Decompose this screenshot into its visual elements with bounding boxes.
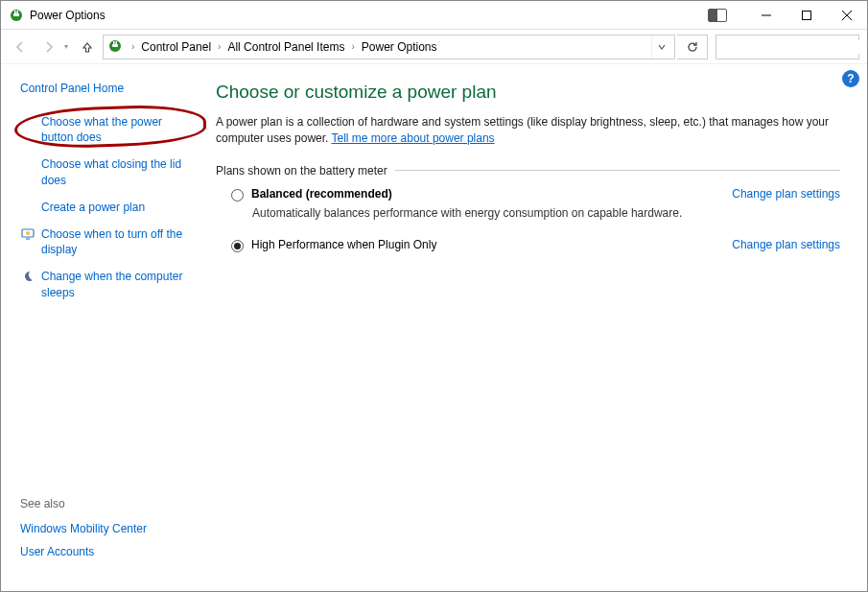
sidebar: Control Panel Home Choose what the power… [1,64,206,591]
sidebar-item-computer-sleeps[interactable]: Change when the computer sleeps [20,269,197,299]
chevron-right-icon[interactable]: › [215,41,223,52]
control-panel-home-link[interactable]: Control Panel Home [20,82,197,95]
sidebar-item-label[interactable]: Choose what the power button does [41,114,197,145]
breadcrumb-item[interactable]: Control Panel [137,40,215,54]
display-off-icon [20,226,35,245]
power-plan-row: High Performance when Plugin Only Change… [216,238,840,252]
sidebar-item-label[interactable]: Create a power plan [41,200,145,215]
sidebar-item-label[interactable]: Change when the computer sleeps [41,269,197,299]
see-also-mobility-center[interactable]: Windows Mobility Center [20,522,197,535]
plan-radio-balanced[interactable] [231,189,244,201]
sidebar-item-power-button[interactable]: Choose what the power button does [20,114,197,145]
search-box[interactable] [716,35,859,59]
breadcrumb-item[interactable]: All Control Panel Items [223,40,348,54]
power-plan-row: Balanced (recommended) Change plan setti… [216,187,840,201]
plan-description: Automatically balances performance with … [216,205,840,222]
sidebar-item-label[interactable]: Choose when to turn off the display [41,226,197,257]
page-heading: Choose or customize a power plan [216,82,840,103]
window-title: Power Options [30,9,106,22]
chevron-right-icon[interactable]: › [348,41,357,52]
svg-rect-5 [803,11,811,19]
page-description: A power plan is a collection of hardware… [216,114,840,147]
see-also-heading: See also [20,497,197,510]
tablet-mode-icon[interactable] [708,9,727,22]
title-bar: Power Options [1,1,867,30]
sidebar-item-closing-lid[interactable]: Choose what closing the lid does [20,156,197,187]
search-input[interactable] [722,40,866,54]
svg-point-16 [26,231,30,235]
sidebar-item-create-plan[interactable]: Create a power plan [20,200,197,215]
nav-history-dropdown[interactable]: ▾ [64,42,68,51]
address-history-dropdown[interactable] [651,36,670,59]
plan-name[interactable]: High Performance when Plugin Only [251,238,436,251]
power-options-icon [107,38,125,56]
nav-back-button[interactable] [7,34,34,60]
minimize-button[interactable] [746,1,786,29]
close-button[interactable] [827,1,867,29]
change-plan-settings-link[interactable]: Change plan settings [732,238,840,251]
plan-radio-high-performance[interactable] [231,240,244,252]
address-bar[interactable]: › Control Panel › All Control Panel Item… [103,35,675,59]
main-content: ? Choose or customize a power plan A pow… [206,64,867,591]
nav-up-button[interactable] [74,34,101,60]
nav-forward-button[interactable] [35,34,62,60]
maximize-button[interactable] [786,1,827,29]
horizontal-rule [395,170,840,171]
sidebar-item-turn-off-display[interactable]: Choose when to turn off the display [20,226,197,257]
refresh-button[interactable] [677,35,708,59]
svg-rect-3 [13,13,19,16]
address-bar-row: ▾ › Control Panel › All Control Panel It… [1,30,867,64]
help-button[interactable]: ? [842,70,859,87]
tell-me-more-link[interactable]: Tell me more about power plans [332,131,495,145]
change-plan-settings-link[interactable]: Change plan settings [732,187,840,201]
description-text: A power plan is a collection of hardware… [216,115,829,145]
chevron-right-icon[interactable]: › [129,41,137,52]
power-options-icon [9,8,24,23]
moon-sleep-icon [20,269,35,287]
plan-name[interactable]: Balanced (recommended) [251,187,392,201]
breadcrumb-item[interactable]: Power Options [358,40,441,54]
battery-meter-label: Plans shown on the battery meter [216,164,387,178]
see-also-user-accounts[interactable]: User Accounts [20,545,197,558]
sidebar-item-label[interactable]: Choose what closing the lid does [41,156,197,187]
svg-rect-11 [112,44,118,47]
